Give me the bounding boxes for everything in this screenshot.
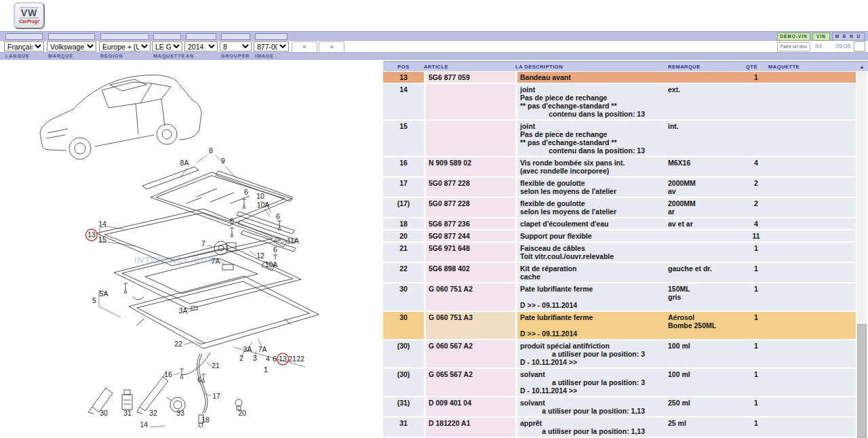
cell-article	[426, 121, 515, 156]
cell-qty: 1	[746, 263, 766, 282]
table-row-pos-16[interactable]: 16N 909 589 02Vis ronde bombée six pans …	[383, 157, 856, 176]
scroll-up-icon[interactable]: ▲	[856, 62, 868, 71]
table-row-pos-31[interactable]: 31D 181220 A1apprêta utiliser pour la po…	[383, 418, 856, 437]
diagram-label-13[interactable]: 13	[279, 355, 287, 363]
table-row-pos-21[interactable]: 215G6 971 648Faisceau de câblesToit vitr…	[383, 243, 856, 262]
logo-text: VW	[20, 7, 39, 18]
col-maquette: MAQUETTE	[768, 62, 843, 71]
cell-qty	[746, 84, 766, 119]
cell-maquette	[766, 72, 856, 83]
table-row-pos-13[interactable]: 135G6 877 059Bandeau avant1	[383, 72, 856, 83]
cell-description: Faisceau de câblesToit vitr.coul./ouvr.r…	[517, 243, 668, 262]
diagram-label-6: 6	[276, 212, 280, 220]
filter-slot-marque[interactable]	[48, 33, 95, 40]
select-maquette[interactable]: LE GOL	[152, 41, 182, 52]
diagram-label-2: 2	[239, 354, 243, 362]
cell-description: clapet d'écoulement d'eau	[517, 218, 668, 229]
toolbar-label-maquette: MAQUETTE	[153, 54, 185, 58]
diagram-label-8a: 8A	[180, 159, 189, 167]
filter-slot-an[interactable]	[186, 33, 216, 40]
select-image[interactable]: 877-000	[254, 41, 289, 52]
table-row-pos-17[interactable]: 175G0 877 228flexible de goulotteselon l…	[383, 178, 856, 197]
table-row-pos-20[interactable]: 205G0 877 244Support pour flexible11	[383, 231, 856, 241]
cell-article: G 060 567 A2	[426, 340, 515, 367]
donate-button[interactable]: Faire un don	[777, 42, 810, 52]
vin-button[interactable]: VIN	[812, 33, 830, 41]
select-an[interactable]: 2014 E -	[184, 41, 218, 52]
cell-remarque	[668, 231, 746, 241]
cell-remarque: 25 ml	[668, 418, 746, 437]
demo-vin-button[interactable]: DÉMO-VIN	[777, 33, 810, 41]
cell-pos: 14	[383, 84, 424, 119]
mini-box[interactable]	[854, 41, 865, 52]
table-row-pos-14[interactable]: 14jointPas de piece de rechange** pas d'…	[383, 84, 856, 119]
table-row-pos-30[interactable]: (30)G 060 567 A2produit spécial antifric…	[383, 340, 856, 367]
watermark: INTERFACE.COM	[134, 255, 216, 265]
diagram-label-14: 14	[98, 220, 106, 228]
cell-article: 5G0 877 244	[426, 231, 515, 241]
cell-maquette	[766, 231, 856, 241]
filter-slot-langue[interactable]	[5, 33, 43, 40]
diagram-label-3a: 3A	[179, 306, 188, 315]
cell-pos: (30)	[383, 369, 424, 396]
diagram-label-20: 20	[238, 409, 246, 417]
vw-carprog-logo[interactable]: VW CarProg!	[14, 2, 45, 29]
next-image-button[interactable]: »	[319, 41, 344, 53]
table-row-pos-22[interactable]: 225G6 898 402Kit de réparationcachegauch…	[383, 263, 856, 282]
parts-table: POS ARTICLE LA DESCRIPTION REMARQUE QTÉ …	[383, 61, 868, 438]
cell-description: jointPas de piece de rechange** pas d'ec…	[517, 121, 668, 156]
cell-remarque: ext.	[668, 84, 746, 119]
select-grouper[interactable]: 8	[220, 41, 252, 52]
diagram-label-32: 32	[149, 409, 157, 417]
cell-description: solvanta utiliser pour la position: 3D -…	[517, 369, 668, 396]
cell-qty	[746, 121, 766, 156]
counter-value: 84	[815, 43, 822, 49]
cell-maquette	[766, 84, 856, 119]
cell-maquette	[766, 243, 856, 262]
cell-description: solvanta utiliser pour la position: 1,13	[517, 397, 668, 416]
cell-description: flexible de goulotteselon les moyens de …	[517, 198, 668, 217]
menu-button[interactable]: M E N U	[832, 33, 865, 41]
diagram-label-17: 17	[212, 392, 220, 400]
cell-pos: 16	[383, 157, 424, 176]
diagram-label-6: 6	[273, 245, 277, 254]
diagram-label-9: 9	[221, 157, 225, 165]
diagram-label-15: 15	[98, 235, 106, 243]
select-marque[interactable]: Volkswagen	[47, 41, 96, 52]
parts-catalog-window: VW CarProg! DÉMO-VIN VIN M E N U Françai…	[0, 0, 868, 438]
sunroof-parts	[88, 167, 319, 427]
diagram-label-30: 30	[100, 409, 108, 417]
cell-qty: 1	[746, 369, 766, 396]
filter-slot-région[interactable]	[100, 33, 149, 40]
cell-pos: 20	[383, 231, 424, 241]
diagram-label-6: 6	[197, 376, 201, 384]
select-langue[interactable]: Français	[4, 41, 44, 52]
cell-pos: 18	[383, 218, 424, 229]
table-row-pos-31[interactable]: (31)D 009 401 04solvanta utiliser pour l…	[383, 397, 856, 416]
diagram-label-13[interactable]: 13	[87, 231, 96, 239]
filter-slot-maquette[interactable]	[153, 33, 181, 40]
table-row-pos-30[interactable]: 30G 060 751 A2Pate lubrifiante ferme D >…	[383, 283, 856, 311]
table-row-pos-30[interactable]: 30G 060 751 A3Pate lubrifiante ferme D >…	[383, 312, 856, 339]
table-row-pos-30[interactable]: (30)G 065 567 A2solvanta utiliser pour l…	[383, 369, 856, 396]
table-row-pos-15[interactable]: 15jointPas de piece de rechange** pas d'…	[383, 121, 856, 156]
prev-image-button[interactable]: «	[292, 41, 317, 53]
cell-qty: 1	[746, 283, 766, 311]
cell-maquette	[766, 178, 856, 197]
scrollbar-thumb[interactable]	[857, 324, 867, 438]
cell-description: Pate lubrifiante ferme D >> - 09.11.2014	[517, 283, 668, 311]
filter-slot-grouper[interactable]	[221, 33, 250, 40]
diagram-label-18: 18	[201, 416, 210, 424]
diagram-label-21: 21	[212, 361, 220, 370]
vertical-scrollbar[interactable]	[857, 72, 867, 438]
diagram-label-5a: 5A	[100, 290, 108, 298]
cell-article: 5G6 877 236	[426, 218, 515, 229]
select-région[interactable]: Europe + (UE)	[99, 41, 151, 52]
table-row-pos-18[interactable]: 185G6 877 236clapet d'écoulement d'eauav…	[383, 218, 856, 229]
cell-article: D 009 401 04	[426, 397, 515, 416]
filter-slot-image[interactable]	[255, 33, 288, 40]
table-row-pos-17[interactable]: (17)5G0 877 228flexible de goulotteselon…	[383, 198, 856, 217]
cell-remarque: int.	[668, 121, 746, 156]
sunroof-diagram-svg: 8A8961010A611A141315767A1210A65A53A22166…	[0, 60, 383, 438]
diagram-label-16: 16	[164, 370, 172, 378]
